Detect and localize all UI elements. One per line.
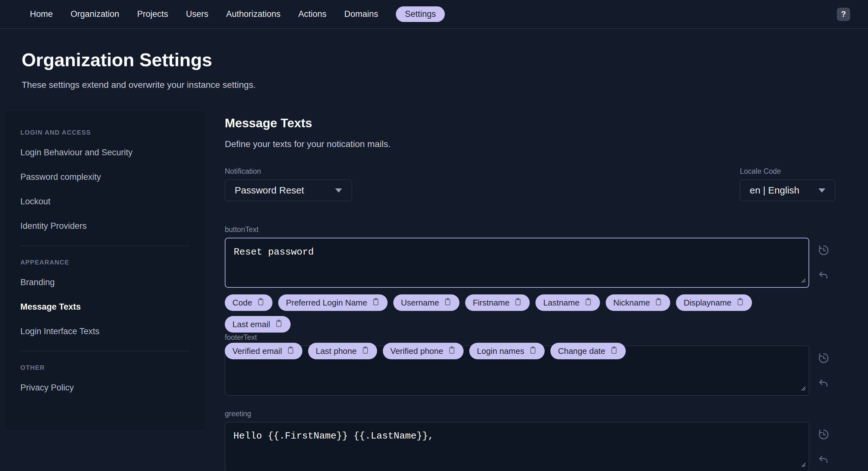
clipboard-icon (256, 298, 265, 308)
notification-selected-value: Password Reset (235, 185, 335, 196)
chip-nickname[interactable]: Nickname (606, 294, 671, 311)
nav-item-settings[interactable]: Settings (396, 6, 445, 22)
sidebar-section-appearance: APPEARANCE (20, 259, 189, 266)
chip-change-date[interactable]: Change date (550, 343, 626, 359)
undo-icon[interactable] (817, 269, 830, 282)
notification-select-field: Notification Password Reset (225, 167, 352, 201)
sidebar-section-other: OTHER (20, 364, 189, 372)
chip-lastname[interactable]: Lastname (535, 294, 600, 311)
greeting-textarea[interactable]: Hello {{.FirstName}} {{.LastName}}, (225, 422, 809, 471)
sidebar-item-identity-providers[interactable]: Identity Providers (20, 221, 87, 231)
clipboard-icon (584, 298, 592, 308)
chip-preferred-login-name[interactable]: Preferred Login Name (278, 294, 388, 311)
nav-list: Home Organization Projects Users Authori… (30, 6, 445, 22)
sidebar-item-privacy-policy[interactable]: Privacy Policy (20, 383, 74, 393)
sidebar-item-login-interface-texts[interactable]: Login Interface Texts (20, 326, 99, 336)
chip-username[interactable]: Username (393, 294, 459, 311)
sidebar-item-login-behaviour[interactable]: Login Behaviour and Security (20, 148, 132, 157)
page-title: Organization Settings (22, 49, 868, 70)
locale-select-field: Locale Code en | English (740, 167, 835, 201)
notification-label: Notification (225, 167, 352, 176)
message-texts-panel: Message Texts Define your texts for your… (225, 111, 838, 471)
nav-item-users[interactable]: Users (186, 6, 209, 22)
sidebar-section-login-and-access: LOGIN AND ACCESS (20, 129, 189, 136)
chip-displayname[interactable]: Displayname (676, 294, 752, 311)
chip-verified-phone[interactable]: Verified phone (383, 343, 464, 359)
chip-login-names[interactable]: Login names (469, 343, 545, 359)
top-nav: Home Organization Projects Users Authori… (0, 0, 868, 29)
history-icon[interactable] (817, 244, 830, 257)
chevron-down-icon (335, 188, 342, 193)
history-icon[interactable] (817, 352, 830, 364)
history-icon[interactable] (817, 428, 830, 441)
clipboard-icon (443, 298, 452, 308)
section-description: Define your texts for your notication ma… (225, 139, 838, 149)
clipboard-icon (286, 346, 295, 356)
page-subtitle: These settings extend and overwrite your… (22, 80, 868, 90)
nav-item-domains[interactable]: Domains (344, 6, 378, 22)
settings-sidebar: LOGIN AND ACCESS Login Behaviour and Sec… (5, 111, 205, 429)
nav-item-organization[interactable]: Organization (70, 6, 119, 22)
clipboard-icon (514, 298, 522, 308)
clipboard-icon (448, 346, 456, 356)
nav-item-authorizations[interactable]: Authorizations (226, 6, 280, 22)
nav-item-projects[interactable]: Projects (137, 6, 168, 22)
sidebar-item-lockout[interactable]: Lockout (20, 197, 51, 207)
clipboard-icon (654, 298, 662, 308)
sidebar-item-message-texts[interactable]: Message Texts (20, 302, 81, 312)
clipboard-icon (529, 346, 537, 356)
greeting-label: greeting (225, 410, 809, 418)
undo-icon[interactable] (817, 377, 830, 390)
placeholder-chips: Code Preferred Login Name Username First… (225, 294, 809, 359)
chip-code[interactable]: Code (225, 294, 273, 311)
sidebar-item-password-complexity[interactable]: Password complexity (20, 172, 101, 182)
buttontext-textarea[interactable]: Reset password (225, 238, 809, 288)
nav-item-actions[interactable]: Actions (298, 6, 327, 22)
sidebar-divider (20, 351, 189, 351)
locale-selected-value: en | English (750, 185, 818, 196)
clipboard-icon (275, 319, 283, 330)
chip-last-email[interactable]: Last email (225, 316, 290, 332)
buttontext-label: buttonText (225, 225, 809, 234)
chevron-down-icon (818, 188, 826, 193)
clipboard-icon (736, 298, 744, 308)
sidebar-item-branding[interactable]: Branding (20, 277, 55, 287)
chip-verified-email[interactable]: Verified email (225, 343, 302, 359)
chip-last-phone[interactable]: Last phone (308, 343, 377, 359)
sidebar-divider (20, 246, 189, 246)
clipboard-icon (361, 346, 369, 356)
section-heading: Message Texts (225, 116, 838, 130)
help-button[interactable]: ? (837, 8, 850, 21)
locale-label: Locale Code (740, 167, 835, 176)
chip-firstname[interactable]: Firstname (465, 294, 530, 311)
notification-select[interactable]: Password Reset (225, 179, 352, 201)
clipboard-icon (372, 298, 380, 308)
locale-select[interactable]: en | English (740, 179, 835, 201)
undo-icon[interactable] (817, 453, 830, 466)
page-header: Organization Settings These settings ext… (0, 29, 868, 90)
nav-item-home[interactable]: Home (30, 6, 53, 22)
clipboard-icon (610, 346, 618, 356)
